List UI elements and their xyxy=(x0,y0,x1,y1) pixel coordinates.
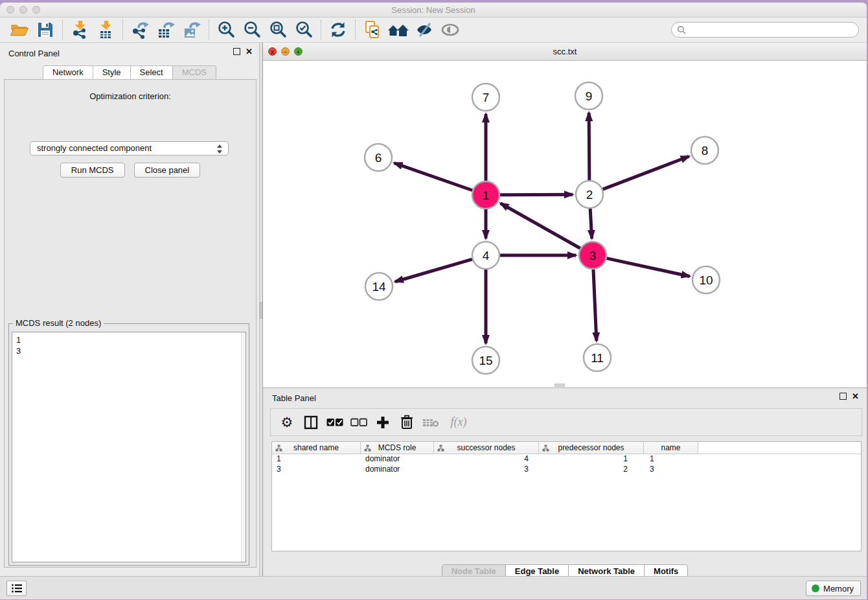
save-session-button[interactable] xyxy=(32,19,58,41)
criterion-dropdown-value: strongly connected component xyxy=(37,143,152,153)
close-network-button[interactable]: x xyxy=(268,47,277,56)
delete-column-button[interactable] xyxy=(397,412,417,433)
graph-edge-1-6[interactable] xyxy=(394,163,473,190)
graph-edge-4-14[interactable] xyxy=(395,259,472,282)
graph-node-4[interactable]: 4 xyxy=(472,242,499,269)
import-network-button[interactable] xyxy=(67,19,93,41)
graph-edge-3-11[interactable] xyxy=(593,270,597,341)
zoom-in-button[interactable] xyxy=(213,19,239,41)
zoom-out-icon xyxy=(242,20,262,40)
close-panel-icon[interactable]: ✕ xyxy=(246,48,253,55)
float-table-panel-icon[interactable] xyxy=(839,393,847,400)
sort-icon xyxy=(542,444,549,452)
graph-node-label: 2 xyxy=(586,188,593,202)
chevron-updown-icon xyxy=(217,144,223,154)
table-cell: 3 xyxy=(644,465,698,475)
table-cell: 3 xyxy=(272,465,361,475)
run-mcds-button[interactable]: Run MCDS xyxy=(60,163,125,178)
zoom-fit-button[interactable] xyxy=(265,19,291,41)
zoom-selected-button[interactable] xyxy=(291,19,317,41)
home-layout-button[interactable] xyxy=(385,19,411,41)
close-panel-button[interactable]: Close panel xyxy=(134,163,201,178)
canvas-resize-grip[interactable] xyxy=(554,384,565,387)
tab-style[interactable]: Style xyxy=(93,65,131,80)
zoom-out-button[interactable] xyxy=(239,19,265,41)
mcds-result-text[interactable]: 1 3 xyxy=(12,332,246,562)
network-from-selection-button[interactable] xyxy=(360,19,385,41)
graph-edge-3-1[interactable] xyxy=(501,203,580,248)
mcds-result-group: MCDS result (2 nodes) 1 3 xyxy=(8,323,249,566)
table-panel-header: Table Panel ✕ xyxy=(263,388,867,406)
graph-node-label: 3 xyxy=(589,249,597,262)
graph-edge-2-3[interactable] xyxy=(590,209,591,238)
graph-node-9[interactable]: 9 xyxy=(575,82,602,110)
node-table-body: 1dominator4113dominator323 xyxy=(272,454,861,475)
open-file-button[interactable] xyxy=(6,19,32,41)
hide-labels-icon xyxy=(415,20,434,40)
minimize-network-button[interactable]: − xyxy=(281,47,290,56)
graph-node-7[interactable]: 7 xyxy=(472,84,499,111)
table-cell: 1 xyxy=(644,454,698,465)
export-image-button[interactable] xyxy=(179,19,205,41)
add-column-button[interactable] xyxy=(373,412,393,433)
column-header-mcds-role[interactable]: MCDS role xyxy=(361,442,434,454)
graph-node-label: 11 xyxy=(591,351,604,365)
column-header-name[interactable]: name xyxy=(644,442,698,454)
graph-node-6[interactable]: 6 xyxy=(365,144,392,171)
graph-node-2[interactable]: 2 xyxy=(576,181,603,208)
graph-node-label: 15 xyxy=(479,354,492,367)
table-cell: 4 xyxy=(434,454,539,465)
table-row[interactable]: 1dominator411 xyxy=(272,454,861,465)
close-window-button[interactable] xyxy=(6,6,14,14)
tab-mcds[interactable]: MCDS xyxy=(173,65,216,80)
delete-table-button[interactable] xyxy=(421,412,440,433)
column-label: successor nodes xyxy=(457,443,515,452)
export-network-button[interactable] xyxy=(127,19,153,41)
graph-edge-3-10[interactable] xyxy=(606,259,689,277)
network-canvas[interactable]: 7968124314101511 xyxy=(263,61,867,387)
graph-node-3[interactable]: 3 xyxy=(579,242,606,269)
tab-select[interactable]: Select xyxy=(131,65,173,80)
birds-eye-button[interactable] xyxy=(437,19,463,41)
memory-button[interactable]: Memory xyxy=(806,581,861,596)
plus-icon xyxy=(376,415,390,430)
table-settings-button[interactable]: ⚙ xyxy=(277,412,297,433)
trash-icon xyxy=(400,415,413,430)
refresh-layout-button[interactable] xyxy=(325,19,351,41)
search-input[interactable] xyxy=(671,22,859,38)
graph-node-15[interactable]: 15 xyxy=(472,347,499,374)
table-panel: Table Panel ✕ ⚙ xyxy=(263,387,867,576)
tab-network[interactable]: Network xyxy=(43,65,93,80)
select-all-button[interactable] xyxy=(325,412,345,433)
export-table-button[interactable] xyxy=(153,19,179,41)
deselect-all-button[interactable] xyxy=(349,412,369,433)
column-header-successor-nodes[interactable]: successor nodes xyxy=(434,442,539,454)
table-header-row: shared name MCDS role successor nodes xyxy=(272,442,861,454)
task-history-button[interactable] xyxy=(6,581,27,596)
table-row[interactable]: 3dominator323 xyxy=(272,465,861,475)
import-table-button[interactable] xyxy=(93,19,119,41)
result-scrollbar[interactable] xyxy=(241,332,246,562)
column-header-shared-name[interactable]: shared name xyxy=(272,442,361,454)
minimize-window-button[interactable] xyxy=(19,6,27,14)
graph-node-11[interactable]: 11 xyxy=(584,344,611,371)
mcds-result-title: MCDS result (2 nodes) xyxy=(13,318,104,328)
graph-node-14[interactable]: 14 xyxy=(365,273,393,300)
close-table-panel-icon[interactable]: ✕ xyxy=(852,393,859,400)
graph-node-8[interactable]: 8 xyxy=(691,137,718,164)
graph-node-1[interactable]: 1 xyxy=(472,181,499,209)
zoom-network-button[interactable]: + xyxy=(294,47,303,56)
graph-edge-2-8[interactable] xyxy=(603,156,689,189)
graph-edge-1-2[interactable] xyxy=(500,194,573,195)
column-layout-button[interactable] xyxy=(301,412,321,433)
node-table: shared name MCDS role successor nodes xyxy=(271,441,862,551)
graph-edge-2-9[interactable] xyxy=(589,113,589,180)
column-header-predecessor-nodes[interactable]: predecessor nodes xyxy=(539,442,644,454)
function-builder-button[interactable]: f(x) xyxy=(445,412,472,433)
float-panel-icon[interactable] xyxy=(233,48,240,55)
criterion-dropdown[interactable]: strongly connected component xyxy=(30,141,229,156)
graph-node-10[interactable]: 10 xyxy=(692,266,720,294)
maximize-window-button[interactable] xyxy=(32,6,40,14)
hide-labels-button[interactable] xyxy=(411,19,437,41)
app-window: Session: New Session xyxy=(0,3,867,599)
